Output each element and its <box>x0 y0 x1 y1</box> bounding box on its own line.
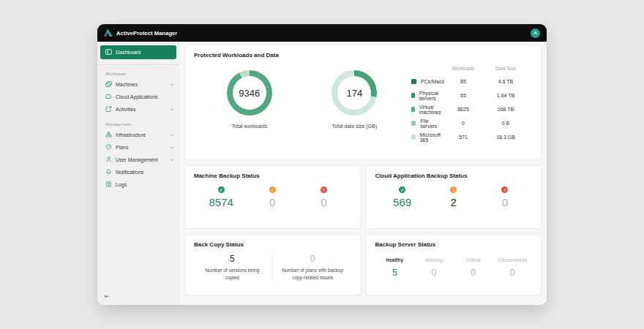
sidebar-item-dashboard[interactable]: Dashboard <box>100 45 176 59</box>
machine-backup-status-card: Machine Backup Status ✓ 8574 ! 0 ! 0 <box>184 165 361 229</box>
chevron-down-icon <box>170 108 174 111</box>
legend-row-workloads: 8625 <box>444 107 482 112</box>
sidebar-item-machines[interactable]: Machines <box>97 78 179 91</box>
legend-row-data-size: 1.64 TB <box>482 93 529 98</box>
total-workloads-value: 9346 <box>239 88 260 99</box>
data-size-donut-block: 174 Total data size (GB) <box>302 58 408 129</box>
cloud-error-count: 0 <box>502 196 508 208</box>
legend-row-data-size: 4.6 TB <box>482 79 529 84</box>
sidebar-item-label: Plans <box>116 145 166 150</box>
chevron-down-icon <box>170 134 174 137</box>
card-title: Machine Backup Status <box>185 166 360 179</box>
copy-issues-caption: Number of plans with backup copy-related… <box>279 267 347 281</box>
versions-copied-caption: Number of versions being copied <box>198 267 266 281</box>
server-status-label: Critical <box>454 257 493 262</box>
sidebar: Dashboard Workloads Machines <box>97 42 179 305</box>
server-status-row: Healthy 5 Warning 0 Critical 0 Disconn <box>367 248 542 278</box>
legend-table: Workloads Data Size PCs/Macs 85 4.6 TB P… <box>411 63 529 144</box>
sidebar-item-label: Logs <box>116 182 174 187</box>
sidebar-item-label: Dashboard <box>116 50 171 55</box>
sidebar-section-workloads: Workloads <box>105 72 179 76</box>
avatar[interactable]: A <box>531 29 540 38</box>
server-warning-count: 0 <box>414 268 454 278</box>
chevron-down-icon <box>170 159 174 162</box>
table-row: PCs/Macs <box>411 75 444 88</box>
total-workloads-label: Total workloads <box>232 124 267 129</box>
warning-alert-icon: ! <box>450 186 457 193</box>
machines-icon <box>105 81 112 88</box>
dashboard-icon <box>105 49 112 56</box>
app-title: ActiveProtect Manager <box>116 30 177 37</box>
protected-workloads-content: 9346 Total workloads 174 Total data size… <box>185 58 541 144</box>
legend-header-workloads: Workloads <box>444 63 482 75</box>
table-row: Microsoft 365 <box>411 130 444 144</box>
user-icon <box>105 156 112 163</box>
legend-swatch <box>411 79 416 84</box>
copy-issues-count: 0 <box>279 254 347 264</box>
workloads-donut-chart: 9346 <box>227 70 272 116</box>
legend-swatch <box>411 135 416 140</box>
legend-corner <box>411 66 444 72</box>
sidebar-item-cloud-applications[interactable]: Cloud Applications <box>97 91 179 103</box>
table-row: Physical servers <box>411 88 444 102</box>
server-status-disconnected: Disconnected 0 <box>493 257 532 278</box>
sidebar-item-logs[interactable]: Logs <box>97 178 179 191</box>
success-check-icon: ✓ <box>218 186 225 193</box>
cloud-ok-count: 569 <box>393 196 411 208</box>
main-content: Protected Workloads and Data 9346 Total … <box>179 42 547 305</box>
top-bar: ActiveProtect Manager A <box>97 24 547 42</box>
sidebar-item-activities[interactable]: Activities <box>97 103 179 116</box>
sidebar-item-label: User Management <box>116 157 166 162</box>
card-title: Protected Workloads and Data <box>185 45 541 58</box>
protected-workloads-card: Protected Workloads and Data 9346 Total … <box>184 45 542 160</box>
sidebar-item-label: Activities <box>116 107 166 112</box>
donut-hole: 174 <box>337 76 371 110</box>
back-copy-versions: 5 Number of versions being copied <box>192 254 273 281</box>
legend-row-name: PCs/Macs <box>421 79 444 84</box>
collapse-sidebar-icon[interactable]: ⇤ <box>105 293 110 300</box>
legend-row-name: Virtual machines <box>419 105 444 115</box>
chevron-down-icon <box>170 83 174 86</box>
machine-warning-count: 0 <box>269 196 275 208</box>
legend-swatch <box>411 121 416 126</box>
cloud-status-ok: ✓ 569 <box>377 186 428 208</box>
legend-row-workloads: 0 <box>444 121 482 126</box>
server-status-label: Warning <box>414 257 454 262</box>
legend-row-name: Microsoft 365 <box>420 132 444 143</box>
data-size-donut-chart: 174 <box>332 70 377 116</box>
sidebar-item-user-management[interactable]: User Management <box>97 154 179 166</box>
card-title: Backup Server Status <box>367 235 542 248</box>
total-data-size-value: 174 <box>346 88 362 99</box>
machine-status-warning: ! 0 <box>247 186 298 208</box>
sidebar-item-label: Machines <box>116 82 166 87</box>
cloud-status-row: ✓ 569 ! 2 ! 0 <box>367 179 542 208</box>
sidebar-item-plans[interactable]: Plans <box>97 141 179 154</box>
error-alert-icon: ! <box>501 186 508 193</box>
bell-icon <box>105 169 112 175</box>
sidebar-item-notifications[interactable]: Notifications <box>97 166 179 178</box>
legend-row-name: Physical servers <box>419 91 444 101</box>
sidebar-item-infrastructure[interactable]: Infrastructure <box>97 129 179 141</box>
legend-row-name: File servers <box>420 118 444 129</box>
cloud-warning-count: 2 <box>451 196 457 208</box>
table-row: Virtual machines <box>411 102 444 116</box>
success-check-icon: ✓ <box>399 186 405 193</box>
app-body: Dashboard Workloads Machines <box>97 42 547 305</box>
server-status-critical: Critical 0 <box>454 257 493 278</box>
legend-row-data-size: 0 B <box>482 121 529 126</box>
cloud-application-backup-status-card: Cloud Application Backup Status ✓ 569 ! … <box>366 165 542 229</box>
legend-row-workloads: 65 <box>444 93 482 98</box>
legend-row-data-size: 168 TB <box>482 107 529 112</box>
legend-swatch <box>411 93 415 98</box>
sidebar-section-management: Management <box>105 122 179 126</box>
sidebar-item-label: Notifications <box>116 170 174 175</box>
server-status-label: Disconnected <box>493 257 532 262</box>
backup-server-status-card: Backup Server Status Healthy 5 Warning 0… <box>366 234 542 295</box>
workloads-legend: Workloads Data Size PCs/Macs 85 4.6 TB P… <box>407 58 529 144</box>
machine-error-count: 0 <box>321 196 326 208</box>
error-alert-icon: ! <box>321 186 327 193</box>
legend-row-workloads: 85 <box>444 79 482 84</box>
activeprotect-logo-icon <box>104 29 113 37</box>
machine-ok-count: 8574 <box>209 196 233 208</box>
machine-status-error: ! 0 <box>298 186 349 208</box>
